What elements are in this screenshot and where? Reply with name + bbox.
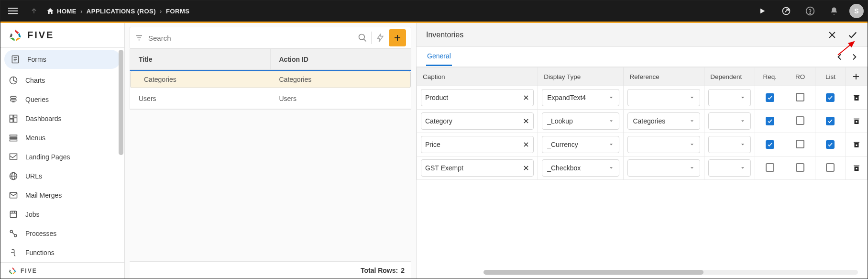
sidebar-item-queries[interactable]: Queries (0, 90, 124, 109)
svg-rect-12 (11, 99, 16, 101)
sidebar-item-forms[interactable]: Forms (4, 50, 121, 69)
help-icon[interactable] (802, 2, 819, 20)
breadcrumb-home[interactable]: HOME (57, 8, 77, 15)
checkbox[interactable] (826, 140, 835, 149)
col-ro[interactable]: RO (785, 67, 815, 86)
checkbox[interactable] (766, 117, 774, 125)
fields-grid: Caption Display Type Reference Dependent… (417, 67, 868, 180)
scrollbar-thumb[interactable] (483, 270, 703, 275)
home-icon[interactable]: HOME (46, 7, 77, 15)
checkbox[interactable] (826, 93, 835, 102)
sidebar-item-landing[interactable]: Landing Pages (0, 147, 124, 167)
display-select[interactable]: _Checkbox (542, 159, 619, 177)
checkbox[interactable] (796, 163, 804, 172)
chart-icon (8, 75, 19, 86)
check-icon[interactable] (847, 30, 858, 40)
play-icon[interactable] (754, 2, 771, 20)
horizontal-scrollbar[interactable] (483, 270, 858, 275)
col-req[interactable]: Req. (755, 67, 785, 86)
add-button[interactable] (389, 29, 406, 46)
clear-icon[interactable] (523, 141, 529, 148)
col-display[interactable]: Display Type (538, 67, 624, 86)
checkbox[interactable] (826, 163, 835, 172)
svg-point-39 (359, 34, 365, 40)
close-icon[interactable] (827, 30, 837, 40)
checkbox[interactable] (766, 140, 774, 149)
search-icon[interactable] (358, 33, 367, 43)
col-dependent[interactable]: Dependent (704, 67, 755, 86)
hamburger-icon[interactable] (4, 2, 22, 20)
sidebar-item-urls[interactable]: URLs (0, 167, 124, 186)
dependent-select[interactable] (708, 89, 750, 106)
col-reference[interactable]: Reference (624, 67, 704, 86)
scrollbar-thumb[interactable] (119, 50, 123, 155)
sidebar-item-label: Forms (27, 56, 46, 63)
dependent-select[interactable] (708, 159, 750, 177)
query-icon (8, 94, 19, 105)
search-input[interactable] (147, 33, 354, 43)
checkbox[interactable] (766, 93, 774, 102)
delete-row-icon[interactable] (851, 163, 862, 173)
display-select[interactable]: _Currency (542, 136, 619, 153)
svg-rect-51 (856, 98, 857, 99)
sidebar-item-processes[interactable]: Processes (0, 224, 124, 243)
dependent-select[interactable] (708, 112, 750, 130)
svg-rect-16 (14, 118, 17, 122)
logo-text: FIVE (27, 30, 54, 41)
tab-general[interactable]: General (426, 47, 452, 66)
delete-row-icon[interactable] (851, 139, 862, 150)
breadcrumb-forms[interactable]: FORMS (166, 8, 189, 15)
list-row[interactable]: Categories Categories (130, 71, 411, 88)
delete-row-icon[interactable] (851, 92, 862, 103)
reference-select[interactable] (627, 136, 700, 153)
col-list[interactable]: List (815, 67, 846, 86)
reference-select[interactable]: Categories (627, 112, 700, 130)
list-row[interactable]: Users Users (130, 88, 411, 109)
sidebar-item-functions[interactable]: Functions (0, 243, 124, 262)
bolt-icon[interactable] (375, 33, 385, 43)
form-icon (10, 54, 21, 65)
col-caption[interactable]: Caption (417, 67, 538, 86)
clear-icon[interactable] (523, 94, 529, 101)
sidebar-item-dashboards[interactable]: Dashboards (0, 109, 124, 128)
checkbox[interactable] (766, 163, 774, 172)
bell-icon[interactable] (825, 2, 843, 20)
filter-icon[interactable] (135, 33, 143, 42)
sidebar-item-charts[interactable]: Charts (0, 71, 124, 90)
up-arrow-icon[interactable] (25, 2, 43, 20)
prev-icon[interactable] (836, 53, 844, 61)
breadcrumb-apps[interactable]: APPLICATIONS (ROS) (87, 8, 156, 15)
clear-icon[interactable] (523, 118, 529, 124)
deploy-icon[interactable] (778, 2, 795, 20)
add-row-button[interactable] (846, 67, 867, 86)
checkbox[interactable] (796, 116, 804, 125)
sidebar-item-jobs[interactable]: Jobs (0, 205, 124, 224)
caption-input[interactable]: Product (421, 89, 534, 106)
display-select[interactable]: ExpandText4 (542, 89, 619, 106)
display-select[interactable]: _Lookup (542, 112, 619, 130)
page-title: Inventories (426, 31, 463, 39)
dependent-select[interactable] (708, 136, 750, 153)
avatar[interactable]: S (849, 4, 864, 18)
reference-select[interactable] (627, 159, 700, 177)
col-title[interactable]: Title (130, 49, 271, 69)
sidebar-item-label: Landing Pages (25, 153, 70, 161)
clear-icon[interactable] (523, 165, 529, 171)
caption-input[interactable]: GST Exempt (421, 159, 534, 177)
col-action-id[interactable]: Action ID (271, 56, 411, 63)
checkbox[interactable] (796, 93, 804, 101)
checkbox[interactable] (796, 140, 804, 148)
sidebar-item-menus[interactable]: Menus (0, 128, 124, 147)
sidebar-item-label: Functions (25, 249, 55, 257)
delete-row-icon[interactable] (851, 116, 862, 126)
reference-select[interactable] (627, 89, 700, 106)
caption-input[interactable]: Category (421, 112, 534, 130)
checkbox[interactable] (826, 117, 835, 125)
svg-rect-11 (11, 96, 16, 98)
sidebar-item-mail[interactable]: Mail Merges (0, 186, 124, 205)
cell-title: Users (130, 95, 271, 102)
caption-input[interactable]: Price (421, 136, 534, 153)
svg-rect-14 (10, 115, 13, 119)
next-icon[interactable] (850, 53, 858, 61)
list-panel: Title Action ID Categories Categories Us… (125, 23, 417, 279)
